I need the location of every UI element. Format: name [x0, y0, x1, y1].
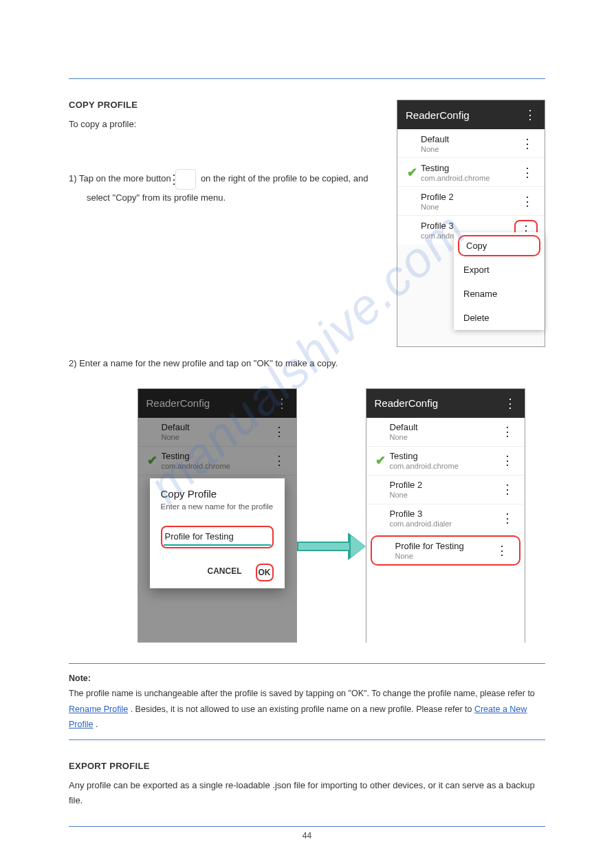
dialog-and-result-screens: ReaderConfig ⋮ DefaultNone ⋮ ✔ Testingco… [117, 388, 545, 643]
arrow-icon [297, 535, 366, 557]
bottom-rule [69, 826, 545, 827]
profile-name: Profile 3 [421, 221, 514, 231]
cancel-button[interactable]: CANCEL [206, 564, 243, 581]
profile-row-new-highlighted[interactable]: Profile for TestingNone⋮ [371, 535, 520, 566]
context-menu: Copy Export Rename Delete [454, 232, 545, 330]
app-bar-more-icon[interactable]: ⋮ [524, 107, 536, 122]
dialog-subtitle: Enter a new name for the profile [161, 502, 274, 511]
profile-name: Profile 2 [421, 192, 517, 202]
row-more-icon[interactable]: ⋮ [492, 543, 512, 558]
step-2: 2) Enter a name for the new profile and … [69, 355, 545, 371]
ok-button[interactable]: OK [256, 564, 274, 581]
note-block: Note: The profile name is unchangeable a… [69, 663, 545, 740]
row-more-icon[interactable]: ⋮ [517, 165, 538, 180]
profile-sub: com.android.chrome [421, 174, 517, 182]
dialog-title: Copy Profile [161, 488, 274, 500]
profile-row[interactable]: ✔Testingcom.android.chrome⋮ [366, 447, 525, 476]
profile-row[interactable]: Profile 2None⋮ [366, 476, 525, 504]
profile-name-input[interactable] [164, 528, 271, 546]
screenshot-profile-list-menu: ReaderConfig ⋮ DefaultNone ⋮ ✔ Testingco… [397, 100, 545, 347]
check-icon: ✔ [375, 453, 386, 468]
app-title: ReaderConfig [406, 109, 470, 121]
app-bar-more-icon[interactable]: ⋮ [504, 396, 516, 411]
row-more-icon[interactable]: ⋮ [497, 453, 518, 468]
profile-row[interactable]: Profile 3com.android.dialer⋮ [366, 504, 525, 533]
row-more-icon[interactable]: ⋮ [517, 136, 538, 151]
check-icon: ✔ [407, 165, 417, 180]
more-icon-inline: ⋮ [175, 169, 196, 190]
screenshot-result-list: ReaderConfig ⋮ DefaultNone⋮ ✔Testingcom.… [366, 388, 525, 643]
link-rename-profile[interactable]: Rename Profile [69, 704, 128, 714]
row-more-icon[interactable]: ⋮ [497, 424, 518, 439]
app-bar: ReaderConfig ⋮ [366, 389, 525, 418]
note-label: Note: [69, 674, 91, 683]
page-number: 44 [69, 831, 545, 841]
profile-sub: None [421, 145, 517, 153]
profile-row[interactable]: DefaultNone⋮ [366, 418, 525, 447]
section-title-export: EXPORT PROFILE [69, 761, 545, 771]
profile-row-profile2[interactable]: Profile 2None ⋮ [397, 187, 545, 216]
menu-item-rename[interactable]: Rename [454, 282, 545, 306]
menu-item-copy[interactable]: Copy [458, 235, 540, 256]
row-more-icon[interactable]: ⋮ [497, 482, 518, 497]
menu-item-delete[interactable]: Delete [454, 306, 545, 330]
profile-row-default[interactable]: DefaultNone ⋮ [397, 129, 545, 158]
screenshot-copy-dialog: ReaderConfig ⋮ DefaultNone ⋮ ✔ Testingco… [138, 388, 297, 643]
profile-row-testing[interactable]: ✔ Testingcom.android.chrome ⋮ [397, 158, 545, 187]
row-more-icon[interactable]: ⋮ [497, 511, 518, 526]
app-title: ReaderConfig [375, 397, 439, 409]
menu-item-export[interactable]: Export [454, 258, 545, 282]
blank-list-area [366, 568, 525, 650]
copy-profile-dialog: Copy Profile Enter a new name for the pr… [150, 478, 285, 588]
profile-name: Testing [421, 163, 517, 173]
profile-name: Default [421, 134, 517, 144]
row-more-icon[interactable]: ⋮ [517, 194, 538, 209]
app-bar: ReaderConfig ⋮ [397, 100, 545, 129]
export-text: Any profile can be exported as a single … [69, 778, 545, 808]
top-rule [69, 78, 545, 79]
profile-sub: None [421, 203, 517, 211]
